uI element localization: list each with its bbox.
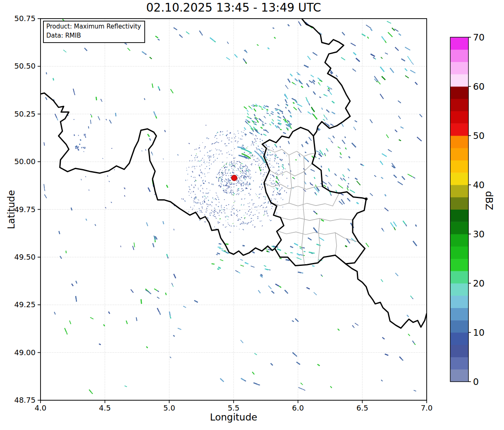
colorbar-label: dBZ	[484, 191, 494, 210]
y-tick-label: 49.25	[14, 300, 36, 309]
district-border	[289, 155, 291, 203]
y-tick-label: 50.75	[14, 14, 36, 23]
y-tick-label: 50.50	[14, 62, 36, 70]
district-border	[266, 148, 315, 156]
colorbar-tick-label: 20	[473, 278, 485, 289]
colorbar-ticks: 010203040506070	[468, 32, 485, 387]
colorbar-tick-label: 30	[473, 229, 485, 239]
radar-site-marker	[232, 175, 237, 181]
product-name: Product: Maximum Reflectivity	[46, 22, 141, 31]
x-tick-label: 7.0	[421, 404, 433, 412]
echo-cluster-northeast-band	[244, 104, 292, 135]
x-tick-label: 4.5	[99, 404, 111, 412]
y-tick-label: 49.00	[14, 348, 36, 357]
echo-cluster-luxembourg-north	[272, 136, 350, 196]
colorbar-tick-label: 60	[473, 81, 485, 92]
district-border	[335, 233, 337, 256]
echo-cluster-mid-sparse	[74, 114, 217, 247]
y-tick-label: 49.50	[14, 253, 36, 261]
colorbar: 010203040506070	[450, 32, 485, 387]
x-tick-label: 6.5	[356, 404, 368, 412]
y-tick-label: 48.75	[14, 396, 36, 404]
district-border	[271, 193, 339, 206]
echo-cluster-border-north-cluster	[284, 74, 335, 130]
y-tick-label: 49.75	[14, 205, 36, 214]
border-junction-dot	[365, 198, 368, 201]
product-info-box: Product: Maximum Reflectivity Data: RMIB	[43, 21, 145, 43]
data-source: Data: RMIB	[46, 31, 141, 41]
echo-cluster-border-south-band	[212, 243, 322, 273]
country-border	[262, 127, 366, 265]
y-tick-label: 50.25	[14, 110, 36, 118]
echo-cluster-west-blobs	[74, 134, 86, 150]
x-tick-label: 5.5	[228, 404, 240, 412]
country-border	[346, 264, 427, 328]
x-tick-label: 5.0	[163, 404, 175, 412]
colorbar-tick-label: 10	[473, 327, 485, 338]
district-border	[353, 210, 364, 220]
map-plot: 4.04.55.05.56.06.57.048.7549.0049.2549.5…	[0, 0, 504, 430]
district-border	[280, 217, 353, 221]
country-border	[302, 19, 350, 136]
x-tick-label: 4.0	[35, 404, 47, 412]
district-border	[318, 218, 320, 263]
grid-lines	[41, 19, 427, 400]
colorbar-tick-label: 70	[473, 32, 485, 43]
y-tick-label: 50.00	[14, 157, 36, 166]
x-axis-label: Longitude	[41, 412, 427, 423]
colorbar-tick-label: 40	[473, 180, 485, 190]
colorbar-tick-label: 0	[473, 377, 479, 387]
country-border	[41, 93, 275, 255]
y-axis-label: Latitude	[6, 183, 17, 236]
colorbar-tick-label: 50	[473, 131, 485, 141]
x-tick-label: 6.0	[292, 404, 304, 412]
radar-figure: 02.10.2025 13:45 - 13:49 UTC 4.04.55.05.…	[0, 0, 504, 430]
echo-cluster-radar-arcs	[237, 147, 267, 171]
